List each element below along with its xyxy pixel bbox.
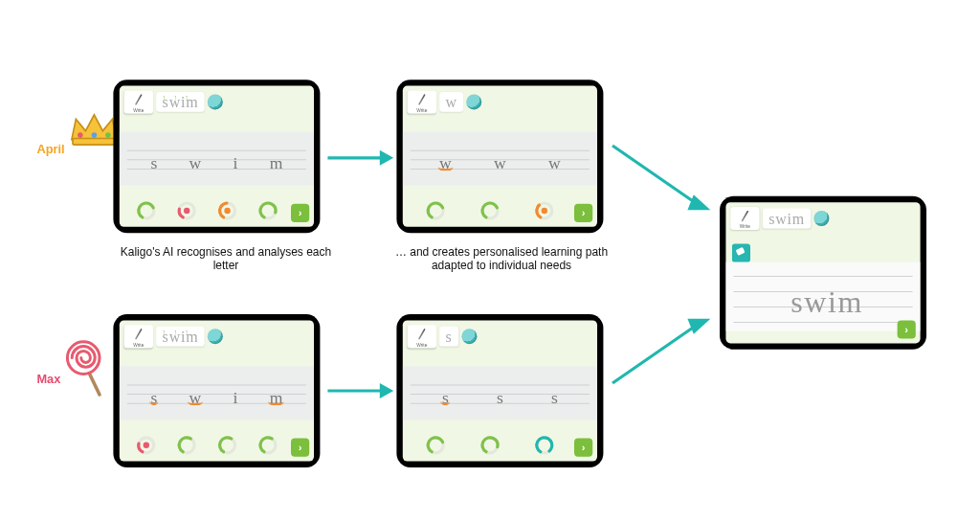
svg-marker-9 — [380, 383, 393, 398]
svg-point-1 — [78, 132, 83, 138]
gauge-row — [125, 435, 288, 455]
score-gauge — [136, 435, 156, 455]
handwriting-row[interactable]: s s s — [403, 388, 597, 408]
score-gauge — [480, 201, 501, 221]
score-gauge — [217, 201, 237, 221]
globe-icon[interactable] — [208, 329, 223, 344]
globe-icon[interactable] — [208, 94, 223, 109]
svg-point-18 — [184, 208, 189, 214]
target-word: ↑ ↑ ↑swim — [156, 92, 205, 112]
score-gauge — [257, 435, 278, 455]
tablet-april-step2: Write w w w w — [396, 80, 603, 233]
lollipop-icon — [63, 337, 109, 398]
write-chip[interactable]: Write — [408, 90, 436, 113]
handwriting-row[interactable]: s w i m — [120, 153, 314, 173]
svg-rect-0 — [73, 138, 116, 145]
target-word: w — [439, 92, 463, 112]
svg-marker-7 — [380, 150, 393, 166]
tablet-max-step2: Write s s s s — [396, 314, 603, 467]
next-button[interactable]: › — [574, 439, 592, 457]
score-gauge — [176, 435, 196, 455]
final-handwriting[interactable]: swim — [748, 284, 904, 320]
next-button[interactable]: › — [574, 204, 592, 222]
tablet-final: Write swim swim › — [720, 196, 926, 350]
write-chip[interactable]: Write — [408, 325, 436, 348]
score-gauge — [534, 201, 554, 221]
student-label-april: April — [36, 143, 64, 156]
handwriting-row[interactable]: s w i m — [120, 388, 314, 408]
globe-icon[interactable] — [461, 329, 477, 344]
svg-point-30 — [541, 208, 546, 214]
score-gauge — [176, 201, 196, 221]
svg-point-21 — [224, 208, 230, 214]
gauge-row — [409, 201, 571, 221]
target-word: ↑ ↑ ↑swim — [156, 327, 205, 347]
svg-line-12 — [612, 325, 697, 383]
score-gauge — [534, 435, 554, 455]
tablet-april-step1: Write ↑ ↑ ↑swim s w i m — [113, 80, 320, 233]
next-button[interactable]: › — [291, 204, 309, 222]
score-gauge — [480, 435, 501, 455]
caption-step1: Kaligo's AI recognises and analyses each… — [107, 245, 345, 271]
score-gauge — [257, 201, 278, 221]
write-chip-label: Write — [124, 108, 153, 113]
arrow-april-2 — [608, 130, 715, 222]
score-gauge — [426, 201, 446, 221]
write-chip-label: Write — [408, 108, 436, 113]
write-chip[interactable]: Write — [124, 90, 153, 113]
svg-marker-11 — [687, 194, 710, 210]
gauge-row — [125, 201, 288, 221]
svg-point-2 — [92, 132, 98, 138]
arrow-april-1 — [324, 143, 393, 173]
handwriting-row[interactable]: w w w — [403, 153, 597, 173]
write-chip-label: Write — [730, 224, 759, 229]
caption-step2: … and creates personalised learning path… — [383, 245, 620, 271]
next-button[interactable]: › — [898, 320, 916, 338]
arrow-max-2 — [608, 307, 715, 398]
target-word: swim — [763, 209, 812, 229]
student-label-max: Max — [36, 373, 60, 386]
write-chip[interactable]: Write — [124, 325, 153, 348]
tablet-max-step1: Write ↑ ↑ ↑swim s w i m — [113, 314, 320, 467]
write-chip-label: Write — [408, 343, 436, 348]
eraser-button[interactable] — [732, 243, 750, 262]
globe-icon[interactable] — [814, 211, 830, 226]
score-gauge — [217, 435, 237, 455]
gauge-row — [409, 435, 571, 455]
score-gauge — [426, 435, 446, 455]
svg-point-33 — [143, 443, 148, 448]
globe-icon[interactable] — [467, 94, 482, 109]
score-gauge — [136, 201, 156, 221]
svg-marker-13 — [687, 319, 710, 334]
write-chip[interactable]: Write — [730, 207, 759, 230]
target-word: s — [439, 327, 458, 347]
arrow-max-1 — [324, 375, 393, 406]
svg-point-3 — [105, 132, 111, 138]
svg-line-10 — [612, 146, 697, 204]
next-button[interactable]: › — [291, 439, 309, 457]
write-chip-label: Write — [124, 343, 153, 348]
